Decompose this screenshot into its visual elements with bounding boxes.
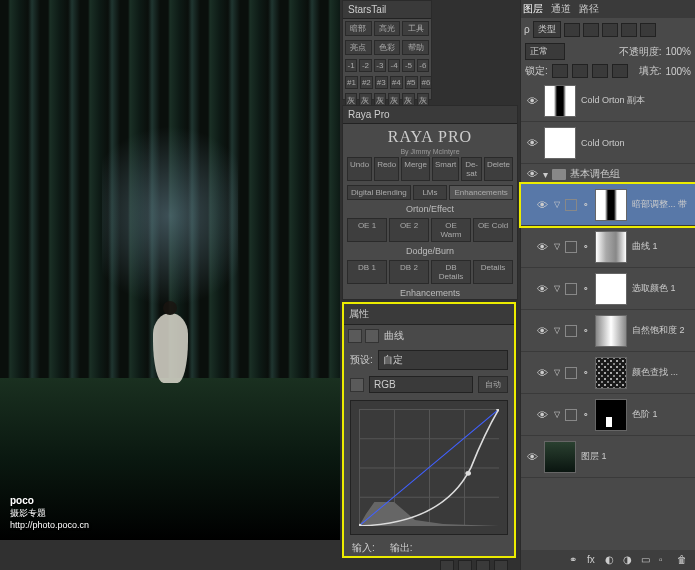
filter-smart-icon[interactable] (640, 23, 656, 37)
mask-icon[interactable]: ◐ (605, 554, 619, 566)
redo-button[interactable]: Redo (374, 157, 399, 181)
layer-row[interactable]: 👁▽⚬选取颜色 1 (521, 268, 695, 310)
st-btn[interactable]: 帮助 (402, 40, 429, 55)
layer-row[interactable]: 👁▽⚬暗部调整... 带 (521, 184, 695, 226)
digital-blending-button[interactable]: Digital Blending (347, 185, 411, 200)
filter-type-icon[interactable] (602, 23, 618, 37)
lock-pixel-icon[interactable] (572, 64, 588, 78)
oe1-button[interactable]: OE 1 (347, 218, 387, 242)
st-btn[interactable]: -1 (345, 59, 357, 72)
channel-select[interactable]: RGB (369, 376, 473, 393)
visibility-icon[interactable]: 👁 (525, 167, 539, 181)
visibility-icon[interactable]: 👁 (535, 282, 549, 296)
auto-button[interactable]: 自动 (478, 376, 508, 393)
svg-point-2 (465, 471, 471, 476)
fx-icon[interactable]: fx (587, 554, 601, 566)
layer-mask-thumb[interactable] (595, 231, 627, 263)
visibility-icon[interactable]: 👁 (525, 450, 539, 464)
layer-row[interactable]: 👁▽⚬曲线 1 (521, 226, 695, 268)
link-icon[interactable]: ⚭ (569, 554, 583, 566)
opacity-value[interactable]: 100% (665, 46, 691, 57)
visibility-icon[interactable]: 👁 (535, 324, 549, 338)
st-btn[interactable]: 色彩 (374, 40, 401, 55)
smart-button[interactable]: Smart (432, 157, 459, 181)
adjustment-icon[interactable] (348, 329, 362, 343)
chevron-icon[interactable]: ▽ (554, 326, 560, 335)
layer-row[interactable]: 👁▽⚬自然饱和度 2 (521, 310, 695, 352)
layer-thumb[interactable] (544, 441, 576, 473)
lock-position-icon[interactable] (592, 64, 608, 78)
layer-mask-thumb[interactable] (595, 273, 627, 305)
chevron-icon[interactable]: ▽ (554, 410, 560, 419)
blend-select[interactable]: 正常 (525, 43, 565, 60)
visibility-icon[interactable]: 👁 (535, 408, 549, 422)
st-btn[interactable]: 暗部 (345, 21, 372, 36)
lock-transparent-icon[interactable] (552, 64, 568, 78)
tab-layers[interactable]: 图层 (523, 2, 543, 16)
layer-row[interactable]: 👁▽⚬色阶 1 (521, 394, 695, 436)
adjustment-icon[interactable]: ◑ (623, 554, 637, 566)
chevron-icon[interactable]: ▽ (554, 284, 560, 293)
db2-button[interactable]: DB 2 (389, 260, 429, 284)
oe2-button[interactable]: OE 2 (389, 218, 429, 242)
visibility-icon[interactable]: 👁 (525, 94, 539, 108)
layer-name: 色阶 1 (632, 408, 658, 421)
details-button[interactable]: Details (473, 260, 513, 284)
trash-icon[interactable] (494, 560, 508, 570)
mask-icon[interactable] (365, 329, 379, 343)
delete-button[interactable]: Delete (484, 157, 513, 181)
folder-icon[interactable]: ▭ (641, 554, 655, 566)
st-btn[interactable]: 工具 (402, 21, 429, 36)
oewarm-button[interactable]: OE Warm (431, 218, 471, 242)
visibility-icon[interactable]: 👁 (535, 366, 549, 380)
layer-row[interactable]: 👁Cold Orton 副本 (521, 80, 695, 122)
tab-channels[interactable]: 通道 (551, 2, 571, 16)
visibility-icon[interactable]: 👁 (525, 136, 539, 150)
chevron-icon[interactable]: ▽ (554, 200, 560, 209)
layer-row[interactable]: 👁▽⚬颜色查找 ... (521, 352, 695, 394)
chevron-icon[interactable]: ▽ (554, 242, 560, 251)
fill-value[interactable]: 100% (665, 66, 691, 77)
enhancements-button[interactable]: Enhancements (449, 185, 513, 200)
layer-mask-thumb[interactable] (595, 189, 627, 221)
oecold-button[interactable]: OE Cold (473, 218, 513, 242)
group-row[interactable]: 👁▾基本调色组 (521, 164, 695, 184)
st-btn[interactable]: 高光 (374, 21, 401, 36)
image-canvas[interactable]: poco 摄影专题http://photo.poco.cn (0, 0, 340, 540)
undo-button[interactable]: Undo (347, 157, 372, 181)
chevron-down-icon[interactable]: ▾ (543, 169, 548, 180)
kind-select[interactable]: 类型 (533, 21, 561, 38)
preset-select[interactable]: 自定 (378, 350, 508, 370)
filter-pixel-icon[interactable] (564, 23, 580, 37)
desat-button[interactable]: De-sat (461, 157, 482, 181)
view-icon[interactable] (458, 560, 472, 570)
layer-row[interactable]: 👁图层 1 (521, 436, 695, 478)
reset-icon[interactable] (476, 560, 490, 570)
clip-icon[interactable] (440, 560, 454, 570)
visibility-icon[interactable]: 👁 (535, 198, 549, 212)
chevron-icon[interactable]: ▽ (554, 368, 560, 377)
layer-row[interactable]: 👁Cold Orton (521, 122, 695, 164)
tab-paths[interactable]: 路径 (579, 2, 599, 16)
filter-adj-icon[interactable] (583, 23, 599, 37)
trash-icon[interactable]: 🗑 (677, 554, 691, 566)
layer-mask-thumb[interactable] (595, 357, 627, 389)
merge-button[interactable]: Merge (401, 157, 430, 181)
visibility-icon[interactable]: 👁 (535, 240, 549, 254)
channel-icon[interactable] (350, 378, 364, 392)
lms-button[interactable]: LMs (413, 185, 448, 200)
folder-icon (552, 169, 566, 180)
lock-all-icon[interactable] (612, 64, 628, 78)
dbdetails-button[interactable]: DB Details (431, 260, 471, 284)
db1-button[interactable]: DB 1 (347, 260, 387, 284)
new-layer-icon[interactable]: ▫ (659, 554, 673, 566)
rayapro-panel: Raya Pro RAYA PRO By Jimmy McIntyre Undo… (342, 105, 518, 300)
layer-mask-thumb[interactable] (544, 85, 576, 117)
curve-editor[interactable] (350, 400, 508, 535)
layer-mask-thumb[interactable] (595, 315, 627, 347)
layer-mask-thumb[interactable] (595, 399, 627, 431)
filter-shape-icon[interactable] (621, 23, 637, 37)
watermark: poco 摄影专题http://photo.poco.cn (10, 491, 89, 530)
layer-mask-thumb[interactable] (544, 127, 576, 159)
st-btn[interactable]: 亮点 (345, 40, 372, 55)
